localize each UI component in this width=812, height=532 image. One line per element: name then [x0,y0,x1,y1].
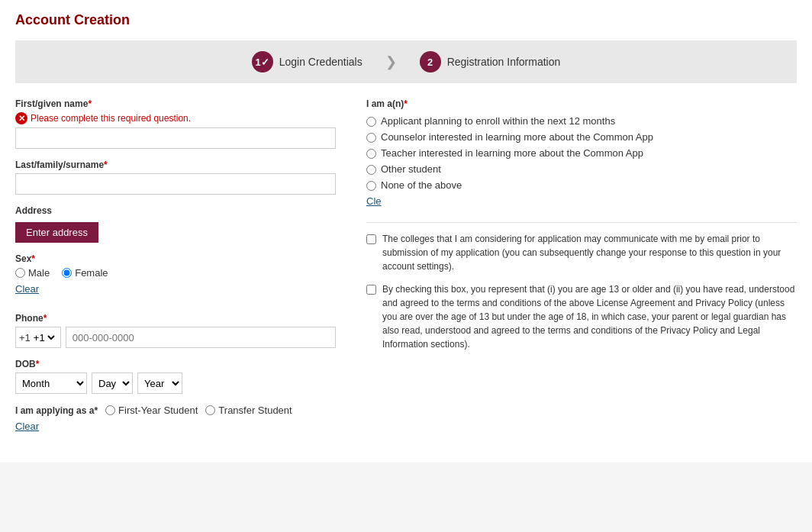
sex-male-radio[interactable] [15,268,25,278]
sex-female-radio[interactable] [62,268,72,278]
last-name-input[interactable] [15,173,336,195]
dob-selects: Month JanuaryFebruaryMarch AprilMayJune … [15,372,336,394]
step-2-circle: 2 [420,51,441,73]
i-am-option-3: Teacher interested in learning more abou… [366,147,797,159]
divider [366,222,797,223]
sex-male-label[interactable]: Male [15,267,50,279]
page-title: Account Creation [15,12,797,28]
phone-row: +1 +1 [15,327,336,348]
step-1-number: 1 [256,56,261,68]
sex-clear-link[interactable]: Clear [15,283,39,295]
i-am-clear-link[interactable]: Cle [366,195,382,207]
sex-female-label[interactable]: Female [62,267,108,279]
applying-transfer-radio[interactable] [205,405,215,415]
i-am-radio-3[interactable] [366,149,376,159]
dob-label: DOB* [15,359,336,369]
address-group: Address Enter address [15,205,336,243]
dob-year-select[interactable]: Year 2010200920082007 2006200520042003 2… [137,372,182,394]
step-1-check: ✓ [261,56,269,68]
phone-number-input[interactable] [66,327,336,348]
applying-as-group: I am applying as a* First-Year Student T… [15,405,336,440]
applying-transfer-label[interactable]: Transfer Student [205,405,292,416]
form-right: I am a(n)* Applicant planning to enroll … [366,98,797,450]
phone-label: Phone* [15,313,336,324]
applying-clear-link[interactable]: Clear [15,421,39,432]
form-left: First/given name* ✕ Please complete this… [15,98,336,450]
i-am-option-1: Applicant planning to enroll within the … [366,115,797,127]
checkbox-2-option: By checking this box, you represent that… [366,282,797,351]
form-body: First/given name* ✕ Please complete this… [15,98,797,450]
applying-first-year-label[interactable]: First-Year Student [105,405,198,416]
first-name-label: First/given name* [15,98,336,109]
step-arrow: ❯ [385,53,397,70]
checkbox-section: The colleges that I am considering for a… [366,232,797,351]
checkbox-1-option: The colleges that I am considering for a… [366,232,797,273]
dob-group: DOB* Month JanuaryFebruaryMarch AprilMay… [15,359,336,394]
i-am-radio-1[interactable] [366,117,376,127]
applying-as-label: I am applying as a* [15,405,98,416]
applying-first-year-radio[interactable] [105,405,115,415]
dob-month-select[interactable]: Month JanuaryFebruaryMarch AprilMayJune … [15,372,87,394]
dob-day-select[interactable]: Day 12345 678910 1112131415 1617181920 2… [92,372,133,394]
step-1-circle: 1 ✓ [252,51,273,73]
phone-country-code: +1 [19,332,31,343]
phone-group: Phone* +1 +1 [15,313,336,348]
step-2-number: 2 [427,56,433,68]
last-name-label: Last/family/surname* [15,160,336,170]
first-name-group: First/given name* ✕ Please complete this… [15,98,336,149]
step-1-label: Login Credentials [279,56,362,68]
step-2-label: Registration Information [447,56,561,68]
checkbox-2[interactable] [366,285,376,295]
step-1: 1 ✓ Login Credentials [252,51,362,73]
i-am-section: I am a(n)* Applicant planning to enroll … [366,98,797,210]
address-label: Address [15,205,336,216]
enter-address-button[interactable]: Enter address [15,222,98,243]
i-am-radio-5[interactable] [366,181,376,191]
stepper: 1 ✓ Login Credentials ❯ 2 Registration I… [15,40,797,83]
page-wrapper: Account Creation 1 ✓ Login Credentials ❯… [0,0,812,463]
phone-country-select[interactable]: +1 [31,331,57,344]
sex-label: Sex* [15,253,336,264]
first-name-input[interactable] [15,127,336,149]
checkbox-1[interactable] [366,234,376,244]
sex-options: Male Female [15,267,336,279]
applying-as-row: I am applying as a* First-Year Student T… [15,405,336,416]
sex-group: Sex* Male Female Clear [15,253,336,302]
i-am-label: I am a(n)* [366,98,797,109]
i-am-option-5: None of the above [366,179,797,191]
i-am-option-4: Other student [366,163,797,175]
phone-country-selector[interactable]: +1 +1 [15,327,61,348]
i-am-radio-2[interactable] [366,133,376,143]
i-am-radio-4[interactable] [366,165,376,175]
i-am-option-2: Counselor interested in learning more ab… [366,131,797,143]
error-icon: ✕ [15,112,27,124]
step-2: 2 Registration Information [420,51,561,73]
last-name-group: Last/family/surname* [15,160,336,195]
first-name-error: ✕ Please complete this required question… [15,112,336,124]
